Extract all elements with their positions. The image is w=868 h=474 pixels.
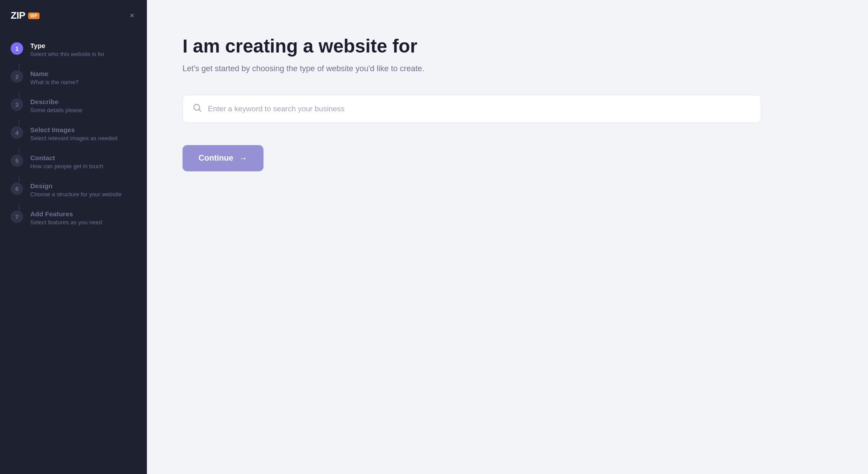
step-circle-5: 5	[11, 154, 23, 167]
nav-item-subtitle-type: Select who this website is for	[30, 51, 105, 57]
logo-text: ZIP	[11, 10, 25, 21]
continue-label: Continue	[199, 154, 233, 163]
nav-item-subtitle-contact: How can people get in touch	[30, 163, 103, 170]
step-circle-7: 7	[11, 211, 23, 223]
nav-item-subtitle-design: Choose a structure for your website	[30, 191, 122, 198]
search-input[interactable]	[208, 105, 751, 113]
continue-button[interactable]: Continue →	[183, 145, 264, 171]
step-circle-1: 1	[11, 42, 23, 55]
sidebar-item-name[interactable]: 2 Name What is the name?	[0, 64, 147, 92]
step-circle-4: 4	[11, 126, 23, 139]
arrow-right-icon: →	[239, 153, 247, 163]
sidebar-item-design[interactable]: 6 Design Choose a structure for your web…	[0, 176, 147, 204]
sidebar-item-select-images[interactable]: 4 Select Images Select relevant images a…	[0, 120, 147, 148]
sidebar-nav: 1 Type Select who this website is for 2 …	[0, 31, 147, 474]
nav-item-title-images: Select Images	[30, 126, 118, 134]
nav-item-subtitle-images: Select relevant images as needed	[30, 135, 118, 142]
nav-item-subtitle-name: What is the name?	[30, 79, 78, 85]
nav-item-title-features: Add Features	[30, 210, 102, 218]
search-icon	[193, 103, 202, 114]
logo: ZIP WP	[11, 10, 40, 21]
page-subtitle: Let's get started by choosing the type o…	[183, 64, 832, 73]
sidebar-item-contact[interactable]: 5 Contact How can people get in touch	[0, 148, 147, 176]
logo-badge: WP	[28, 12, 40, 19]
nav-item-title-contact: Contact	[30, 154, 103, 162]
sidebar-item-describe[interactable]: 3 Describe Some details please	[0, 92, 147, 120]
sidebar-header: ZIP WP ×	[0, 0, 147, 31]
close-button[interactable]: ×	[128, 10, 136, 21]
svg-line-1	[199, 109, 201, 112]
sidebar-item-add-features[interactable]: 7 Add Features Select features as you ne…	[0, 204, 147, 232]
sidebar-item-type[interactable]: 1 Type Select who this website is for	[0, 36, 147, 64]
nav-item-title-name: Name	[30, 70, 78, 77]
nav-item-title-design: Design	[30, 182, 122, 190]
sidebar: ZIP WP × 1 Type Select who this website …	[0, 0, 147, 474]
search-container	[183, 95, 761, 123]
main-content: I am creating a website for Let's get st…	[147, 0, 868, 474]
page-title: I am creating a website for	[183, 36, 832, 57]
step-circle-2: 2	[11, 70, 23, 83]
nav-item-subtitle-features: Select features as you need	[30, 219, 102, 226]
nav-item-title-type: Type	[30, 42, 105, 49]
step-circle-3: 3	[11, 98, 23, 111]
nav-item-subtitle-describe: Some details please	[30, 107, 82, 113]
nav-item-title-describe: Describe	[30, 98, 82, 105]
step-circle-6: 6	[11, 182, 23, 195]
